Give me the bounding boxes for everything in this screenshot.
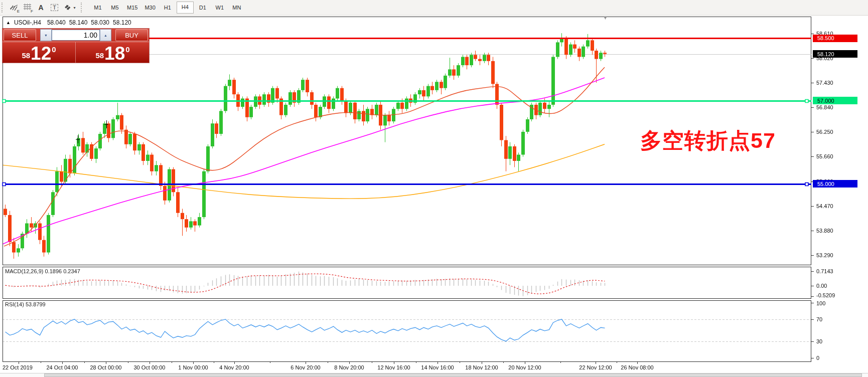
indicator-tick-label: 0.7143 xyxy=(816,268,833,274)
price-tick-label: 54.470 xyxy=(816,203,833,209)
rsi-label: RSI(14) 53.8799 xyxy=(5,301,46,307)
buy-price-display[interactable]: 58 18 0 xyxy=(76,42,149,63)
timeframe-group: M1M5M15M30H1H4D1W1MN xyxy=(89,2,245,14)
ohlc-high: 58.140 xyxy=(69,19,88,26)
date-label: 1 Nov 00:00 xyxy=(178,364,208,370)
price-tick-label: 56.840 xyxy=(816,104,833,110)
price-tick-label: 55.660 xyxy=(816,153,833,159)
date-label: 8 Nov 20:00 xyxy=(334,364,364,370)
ohlc-open: 58.040 xyxy=(47,19,66,26)
price-level-badge: 58.500 xyxy=(813,35,857,42)
arrow-style-icon[interactable]: ▾ xyxy=(61,2,79,14)
date-label: 24 Oct 04:00 xyxy=(47,364,78,370)
toolbar-drag-handle[interactable] xyxy=(2,3,5,13)
timeframe-button-h4[interactable]: H4 xyxy=(177,2,194,14)
timeframe-button-m5[interactable]: M5 xyxy=(107,2,123,13)
indicator-tick-label: 100 xyxy=(816,300,825,306)
text-label-icon[interactable]: T xyxy=(48,2,61,14)
ohlc-low: 58.030 xyxy=(91,19,109,26)
price-level-badge: 58.120 xyxy=(813,50,857,58)
macd-label: MACD(12,26,9) 0.1896 0.2347 xyxy=(5,268,80,274)
price-level-badge: 55.000 xyxy=(813,180,857,187)
indicator-tick-label: 0 xyxy=(816,355,819,361)
sell-price-display[interactable]: 58 12 0 xyxy=(3,42,76,63)
price-tick-label: 53.290 xyxy=(816,252,833,258)
date-label: 26 Nov 08:00 xyxy=(621,364,653,370)
price-tick-label: 53.880 xyxy=(816,228,833,234)
indicators-icon[interactable]: E xyxy=(7,2,21,14)
date-label: 18 Nov 12:00 xyxy=(465,364,498,370)
chart-shift-marker-icon[interactable]: ▼ xyxy=(603,16,608,21)
date-label: 20 Nov 12:00 xyxy=(508,364,541,370)
price-tick-label: 57.430 xyxy=(816,80,833,86)
sell-button[interactable]: SELL xyxy=(4,29,36,41)
timeframe-button-w1[interactable]: W1 xyxy=(212,2,228,13)
symbol-label: USOil-,H4 xyxy=(14,19,41,26)
date-label: 22 Nov 12:00 xyxy=(579,364,612,370)
date-label: 28 Oct 00:00 xyxy=(90,364,122,370)
timeframe-button-m30[interactable]: M30 xyxy=(141,2,158,13)
price-level-badge: 57.000 xyxy=(813,97,857,104)
date-label: 30 Oct 00:00 xyxy=(134,364,166,370)
ohlc-close: 58.120 xyxy=(113,19,131,26)
toolbar-drag-handle[interactable] xyxy=(81,3,84,13)
spinner-down-icon: ▼ xyxy=(44,34,48,37)
timeframe-button-m15[interactable]: M15 xyxy=(124,2,140,13)
scrollbar-thumb[interactable] xyxy=(44,373,862,377)
collapse-icon[interactable]: ▲ xyxy=(6,20,11,25)
text-icon[interactable]: A xyxy=(34,2,48,14)
date-label: 12 Nov 16:00 xyxy=(377,364,410,370)
horizontal-scrollbar[interactable] xyxy=(0,373,868,377)
indicator-tick-label: 30 xyxy=(816,338,822,344)
volume-decrease-button[interactable]: ▼ xyxy=(40,29,52,41)
indicator-tick-label: -0.5209 xyxy=(816,292,835,298)
price-tick-label: 56.250 xyxy=(816,129,833,135)
chevron-down-icon: ▾ xyxy=(73,6,75,10)
date-label: 14 Nov 16:00 xyxy=(421,364,454,370)
indicator-tick-label: 70 xyxy=(816,316,822,322)
toolbar: E F A T ▾ M1M5M15M30H1H4D1W1MN xyxy=(0,0,868,16)
date-label: 22 Oct 2019 xyxy=(3,364,33,370)
timeframe-button-mn[interactable]: MN xyxy=(229,2,245,13)
indicator-tick-label: 0.00 xyxy=(816,283,827,289)
timeframe-button-d1[interactable]: D1 xyxy=(195,2,211,13)
spinner-up-icon: ▲ xyxy=(104,34,107,37)
buy-button[interactable]: BUY xyxy=(115,29,148,41)
timeframe-button-h1[interactable]: H1 xyxy=(160,2,176,13)
volume-input[interactable] xyxy=(52,30,100,41)
one-click-trading-panel: SELL ▼ ▲ BUY 58 12 0 58 18 0 xyxy=(3,29,149,63)
chart-header: ▲ USOil-,H4 58.040 58.140 58.030 58.120 xyxy=(6,19,135,26)
timeframe-button-m1[interactable]: M1 xyxy=(90,2,106,13)
date-label: 6 Nov 20:00 xyxy=(291,364,320,370)
grid-icon[interactable]: F xyxy=(21,2,34,14)
date-label: 4 Nov 20:00 xyxy=(219,364,249,370)
chart-annotation-text: 多空转折点57 xyxy=(640,126,776,155)
volume-increase-button[interactable]: ▲ xyxy=(100,29,111,41)
